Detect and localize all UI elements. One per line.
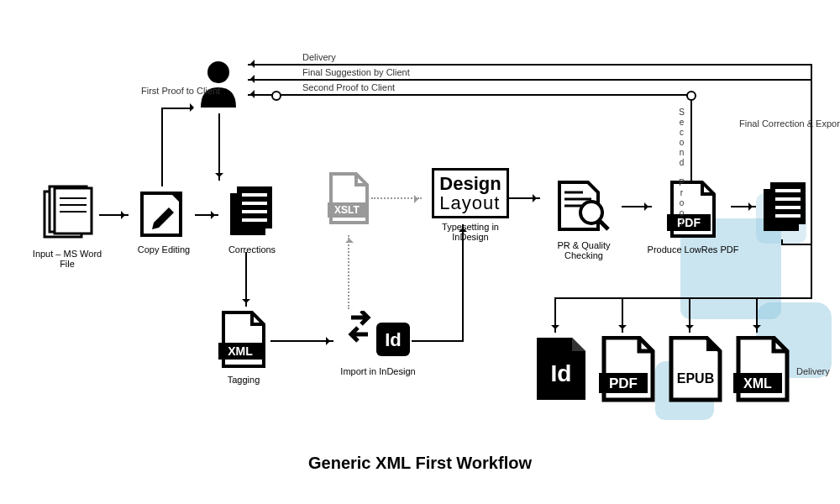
node-typesetting-label: Typesetting in InDesign: [424, 222, 517, 242]
pdf-file-icon: PDF: [667, 181, 719, 239]
label-final-correction: Final Correction & Export: [739, 118, 815, 130]
node-input-label: Input – MS Word File: [25, 249, 109, 269]
node-pr-qc: PR & Quality Checking: [538, 181, 630, 260]
label-delivery-out: Delivery: [796, 366, 830, 376]
arrow-input-to-copyedit: [99, 214, 129, 216]
edit-document-icon: [137, 185, 192, 239]
node-typesetting: Design Layout Typesetting in InDesign: [424, 168, 517, 242]
user-icon: [196, 59, 242, 109]
node-client: [193, 59, 244, 111]
svg-text:Id: Id: [550, 360, 571, 386]
documents-icon: [38, 185, 97, 244]
xml-file-icon: XML: [733, 336, 792, 403]
arrow-copyedit-to-corrections: [195, 214, 218, 216]
arrow-client-to-corrections: [218, 113, 220, 181]
label-second-proof: Second Proof: [677, 108, 686, 228]
node-xslt: XSLT: [319, 172, 378, 228]
layout-text: Layout: [439, 193, 501, 213]
arrow-import-to-design-head: [462, 224, 464, 231]
svg-point-8: [207, 61, 229, 83]
lined-documents-icon: [760, 181, 811, 235]
magnify-document-icon: [554, 181, 613, 235]
node-input: Input – MS Word File: [25, 185, 109, 269]
design-layout-box: Design Layout: [432, 168, 508, 218]
node-import-id: Id Import in InDesign: [336, 311, 420, 376]
import-indesign-icon: Id: [344, 311, 412, 361]
node-lowres-pdf-label: Produce LowRes PDF: [647, 244, 739, 255]
darrow-xslt-to-design: [371, 197, 422, 199]
line-import-to-design-h: [412, 340, 464, 342]
arrow-design-to-qc: [508, 197, 540, 199]
svg-line-25: [599, 220, 608, 229]
svg-rect-29: [770, 182, 806, 224]
output-epub: EPUB: [664, 336, 727, 405]
lined-documents-icon: [227, 185, 277, 239]
design-text: Design: [439, 174, 501, 193]
node-corrections-label: Corrections: [218, 244, 286, 255]
node-final-doc: [756, 181, 815, 237]
node-lowres-pdf: PDF Produce LowRes PDF: [647, 181, 739, 255]
label-second-proof-client: Second Proof to Client: [302, 82, 395, 92]
output-id: Id: [529, 336, 592, 405]
svg-rect-6: [142, 193, 181, 235]
output-pdf: PDF: [596, 336, 659, 405]
arrow-xml-to-import: [270, 340, 333, 342]
workflow-diagram: Input – MS Word File Copy Editing Correc…: [0, 0, 840, 504]
svg-text:PDF: PDF: [609, 375, 638, 391]
pdf-file-icon: PDF: [599, 336, 658, 403]
svg-text:Id: Id: [385, 329, 402, 350]
node-import-id-label: Import in InDesign: [336, 366, 420, 376]
arrow-pdf-to-final: [731, 206, 756, 207]
node-pr-qc-label: PR & Quality Checking: [538, 240, 630, 260]
label-first-proof: First Proof to Client: [141, 86, 192, 97]
svg-text:XSLT: XSLT: [334, 204, 360, 216]
node-tagging-label: Tagging: [210, 375, 277, 385]
xml-file-icon: XML: [218, 311, 269, 370]
line-import-to-design-v: [462, 231, 464, 340]
label-final-suggestion: Final Suggestion by Client: [302, 67, 410, 77]
darrow-import-to-xslt: [348, 235, 349, 309]
svg-rect-10: [237, 186, 272, 228]
svg-text:EPUB: EPUB: [676, 371, 713, 386]
arrow-corrections-to-xml: [245, 252, 247, 307]
node-tagging: XML Tagging: [210, 311, 277, 385]
arrow-qc-to-pdf: [622, 206, 652, 207]
node-corrections: Corrections: [218, 185, 286, 255]
xslt-file-icon: XSLT: [326, 172, 372, 227]
indesign-file-icon: Id: [532, 336, 591, 403]
output-xml: XML: [731, 336, 794, 405]
node-copy-editing: Copy Editing: [130, 185, 197, 255]
node-copy-editing-label: Copy Editing: [130, 244, 197, 255]
diagram-title: Generic XML First Workflow: [0, 454, 840, 473]
svg-text:XML: XML: [228, 344, 253, 358]
label-delivery-top: Delivery: [302, 52, 336, 62]
svg-text:XML: XML: [743, 376, 772, 391]
epub-file-icon: EPUB: [666, 336, 725, 403]
